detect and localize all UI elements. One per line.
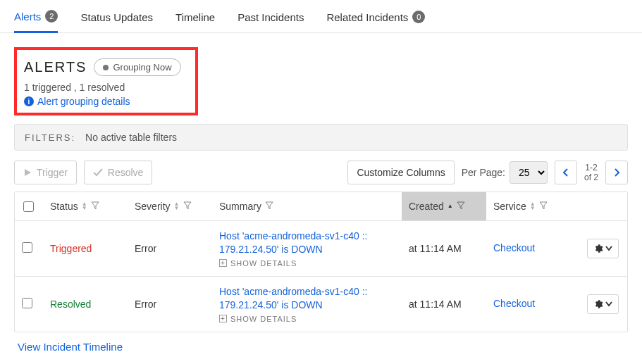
th-status[interactable]: Status ▲▼: [43, 192, 128, 220]
grouping-now-label: Grouping Now: [113, 62, 171, 73]
alerts-header-highlight: ALERTS Grouping Now 1 triggered , 1 reso…: [14, 47, 198, 115]
th-service-label: Service: [493, 201, 526, 212]
chevron-right-icon: [613, 168, 620, 177]
trigger-button[interactable]: Trigger: [14, 161, 77, 184]
sort-asc-icon: ▲: [447, 204, 453, 208]
tab-related-incidents[interactable]: Related Incidents 0: [326, 1, 425, 32]
tab-timeline-label: Timeline: [175, 11, 215, 23]
tab-alerts-label: Alerts: [14, 11, 41, 23]
th-severity[interactable]: Severity ▲▼: [128, 192, 212, 220]
chevron-down-icon: [605, 301, 612, 307]
chevron-left-icon: [562, 168, 569, 177]
tab-alerts[interactable]: Alerts 2: [14, 0, 58, 33]
th-actions: [578, 198, 627, 215]
toolbar: Trigger Resolve Customize Columns Per Pa…: [14, 161, 628, 184]
per-page-select[interactable]: 25: [510, 161, 548, 184]
show-details-label: SHOW DETAILS: [230, 259, 297, 268]
pager-range-top: 1-2: [584, 163, 598, 172]
check-icon: [93, 168, 103, 177]
tab-bar: Alerts 2 Status Updates Timeline Past In…: [0, 0, 642, 33]
svg-marker-0: [25, 169, 31, 176]
tab-status-updates[interactable]: Status Updates: [80, 1, 153, 32]
tab-related-incidents-label: Related Incidents: [326, 11, 408, 23]
row-checkbox[interactable]: [22, 242, 32, 253]
table-row: Triggered Error Host 'acme-andromeda-sv1…: [15, 221, 627, 277]
filter-icon[interactable]: [539, 201, 548, 212]
filter-icon[interactable]: [91, 201, 99, 212]
table-header-row: Status ▲▼ Severity ▲▼ Summary Created ▲ …: [15, 192, 627, 221]
th-summary[interactable]: Summary: [212, 192, 402, 220]
play-icon: [23, 168, 32, 177]
tab-past-incidents[interactable]: Past Incidents: [237, 1, 304, 32]
filter-icon[interactable]: [183, 201, 192, 212]
tab-status-updates-label: Status Updates: [80, 11, 153, 23]
row-checkbox[interactable]: [22, 298, 32, 308]
select-all-cell: [15, 193, 43, 220]
svg-marker-5: [540, 202, 547, 209]
alert-grouping-details-label: Alert grouping details: [37, 96, 130, 107]
gear-icon: [593, 299, 603, 309]
row-created: at 11:14 AM: [402, 234, 486, 263]
per-page-group: Per Page: 25: [462, 161, 548, 184]
alerts-count-text: 1 triggered , 1 resolved: [24, 82, 181, 93]
svg-marker-2: [184, 202, 191, 209]
row-created: at 11:14 AM: [402, 290, 486, 318]
expand-icon: +: [219, 315, 227, 322]
filter-label: FILTERS:: [25, 132, 75, 143]
pager-range: 1-2 of 2: [584, 163, 598, 183]
pager-range-bottom: of 2: [584, 172, 598, 182]
alerts-table: Status ▲▼ Severity ▲▼ Summary Created ▲ …: [14, 192, 628, 332]
show-details-toggle[interactable]: + SHOW DETAILS: [219, 259, 395, 268]
row-summary-cell: Host 'acme-andromeda-sv1-c40 :: 179.21.2…: [212, 221, 402, 276]
th-created-label: Created: [409, 201, 444, 212]
sort-icon: ▲▼: [174, 202, 180, 211]
trigger-button-label: Trigger: [37, 167, 68, 178]
sort-icon: ▲▼: [82, 202, 87, 211]
row-severity: Error: [128, 290, 212, 318]
table-row: Resolved Error Host 'acme-andromeda-sv1-…: [15, 277, 627, 332]
filter-icon[interactable]: [457, 201, 465, 212]
resolve-button-label: Resolve: [108, 167, 144, 178]
svg-marker-4: [457, 202, 464, 209]
row-summary-link[interactable]: Host 'acme-andromeda-sv1-c40 :: 179.21.2…: [219, 230, 395, 256]
row-actions-button[interactable]: [587, 239, 619, 258]
customize-columns-button[interactable]: Customize Columns: [347, 161, 454, 184]
view-incident-timeline-link[interactable]: View Incident Timeline: [14, 341, 628, 353]
row-service-link[interactable]: Checkout: [486, 233, 578, 263]
pager-next-button[interactable]: [605, 161, 628, 184]
row-actions-button[interactable]: [587, 294, 619, 314]
svg-marker-3: [266, 202, 273, 209]
row-summary-cell: Host 'acme-andromeda-sv1-c40 :: 179.21.2…: [212, 277, 402, 332]
filter-bar: FILTERS: No active table filters: [14, 124, 628, 151]
filter-status-text: No active table filters: [85, 132, 177, 143]
sort-icon: ▲▼: [530, 202, 536, 211]
alert-grouping-details-link[interactable]: i Alert grouping details: [24, 96, 130, 107]
th-summary-label: Summary: [219, 201, 261, 212]
filter-icon[interactable]: [265, 201, 273, 212]
tab-alerts-count: 2: [45, 10, 58, 23]
show-details-toggle[interactable]: + SHOW DETAILS: [219, 315, 395, 323]
svg-marker-1: [92, 202, 99, 209]
row-summary-link[interactable]: Host 'acme-andromeda-sv1-c40 :: 179.21.2…: [219, 285, 395, 312]
resolve-button[interactable]: Resolve: [84, 161, 153, 184]
tab-timeline[interactable]: Timeline: [175, 1, 215, 32]
row-status: Triggered: [43, 234, 128, 263]
th-severity-label: Severity: [135, 201, 171, 212]
tab-past-incidents-label: Past Incidents: [237, 11, 304, 23]
row-status: Resolved: [43, 290, 128, 318]
th-status-label: Status: [50, 201, 78, 212]
pager-prev-button[interactable]: [555, 161, 577, 184]
per-page-label: Per Page:: [462, 167, 505, 178]
gear-icon: [593, 244, 603, 253]
info-icon: i: [24, 96, 34, 106]
th-created[interactable]: Created ▲: [402, 192, 486, 220]
select-all-checkbox[interactable]: [23, 201, 34, 212]
status-dot-icon: [103, 65, 109, 70]
customize-columns-label: Customize Columns: [357, 167, 445, 178]
section-title: ALERTS: [24, 59, 87, 75]
grouping-now-pill[interactable]: Grouping Now: [94, 58, 180, 76]
row-service-link[interactable]: Checkout: [486, 289, 578, 319]
chevron-down-icon: [605, 246, 612, 251]
th-service[interactable]: Service ▲▼: [486, 192, 578, 220]
tab-related-incidents-count: 0: [412, 11, 425, 23]
